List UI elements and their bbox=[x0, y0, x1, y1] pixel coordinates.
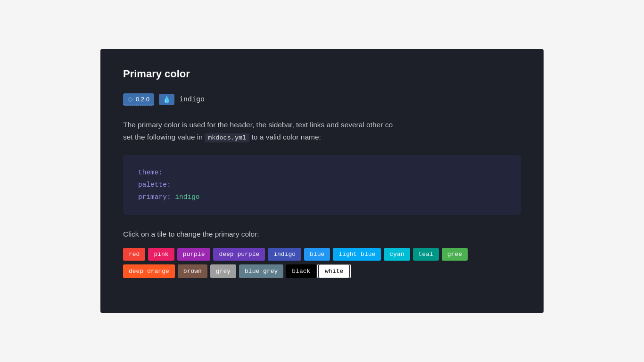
code-value-color: indigo bbox=[175, 193, 199, 201]
color-tile-white[interactable]: white bbox=[319, 264, 349, 278]
color-tile-grey[interactable]: grey bbox=[210, 264, 236, 278]
color-tile-blue[interactable]: blue bbox=[304, 248, 330, 261]
color-tiles-row-2: deep orangebrowngreyblue greyblackwhite bbox=[123, 264, 521, 278]
color-tile-indigo[interactable]: indigo bbox=[268, 248, 301, 261]
description-text: The primary color is used for the header… bbox=[123, 119, 521, 144]
code-key-primary: primary: bbox=[138, 193, 171, 201]
code-key-theme: theme: bbox=[138, 169, 163, 176]
code-key-palette: palette: bbox=[138, 181, 171, 189]
color-tiles-row-1: redpinkpurpledeep purpleindigobluelight … bbox=[123, 248, 521, 261]
version-bar: ◇ 0.2.0 💧 indigo bbox=[123, 93, 521, 106]
color-tile-red[interactable]: red bbox=[123, 248, 145, 261]
color-tile-pink[interactable]: pink bbox=[148, 248, 174, 261]
color-tile-cyan[interactable]: cyan bbox=[384, 248, 410, 261]
inline-code-mkdocs: mkdocs.yml bbox=[205, 133, 249, 142]
color-tile-light-blue[interactable]: light blue bbox=[333, 248, 381, 261]
current-color-value: indigo bbox=[179, 96, 205, 104]
color-tile-teal[interactable]: teal bbox=[413, 248, 439, 261]
color-tile-gree[interactable]: gree bbox=[442, 248, 468, 261]
code-line-2: palette: bbox=[138, 179, 506, 191]
color-tile-purple[interactable]: purple bbox=[177, 248, 211, 261]
color-tile-deep-purple[interactable]: deep purple bbox=[213, 248, 265, 261]
color-prompt: Click on a tile to change the primary co… bbox=[123, 230, 521, 239]
page-title: Primary color bbox=[123, 68, 521, 80]
code-line-3: primary: indigo bbox=[138, 191, 506, 203]
code-block: theme: palette: primary: indigo bbox=[123, 155, 521, 214]
doc-container: Primary color ◇ 0.2.0 💧 indigo The prima… bbox=[100, 49, 544, 313]
version-number: 0.2.0 bbox=[136, 96, 149, 103]
color-tile-black[interactable]: black bbox=[286, 264, 316, 278]
version-tag[interactable]: ◇ 0.2.0 bbox=[123, 93, 154, 106]
tag-icon: ◇ bbox=[128, 95, 133, 103]
code-line-1: theme: bbox=[138, 166, 506, 179]
color-tile-deep-orange[interactable]: deep orange bbox=[123, 264, 175, 278]
color-tile-brown[interactable]: brown bbox=[178, 264, 207, 278]
drop-icon: 💧 bbox=[159, 94, 174, 105]
color-tile-blue-grey[interactable]: blue grey bbox=[239, 264, 283, 278]
